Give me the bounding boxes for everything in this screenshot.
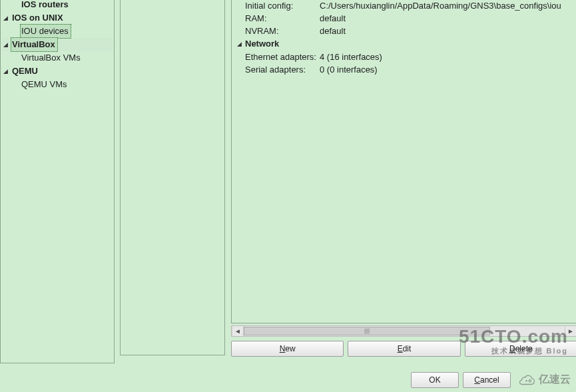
cancel-button-mnemonic: C bbox=[474, 375, 480, 385]
details-content: Initial config:C:/Users/huxianglin/AppDa… bbox=[232, 0, 576, 76]
device-list-panel[interactable] bbox=[120, 0, 225, 355]
details-row: NVRAM:default bbox=[236, 25, 575, 37]
cloud-icon bbox=[519, 374, 536, 386]
tree-expander-icon[interactable]: ◢ bbox=[2, 68, 9, 75]
edit-button-mnemonic: E bbox=[398, 344, 403, 353]
details-panel: Initial config:C:/Users/huxianglin/AppDa… bbox=[231, 0, 576, 323]
tree-item[interactable]: QEMU VMs bbox=[2, 78, 113, 91]
tree-item-label: IOU devices bbox=[20, 24, 71, 39]
details-key: Ethernet adapters: bbox=[236, 51, 320, 63]
tree-item-label: QEMU bbox=[11, 65, 39, 78]
tree-expander-icon[interactable]: ◢ bbox=[2, 41, 9, 49]
svg-point-1 bbox=[529, 379, 531, 381]
tree-item-label: VirtualBox bbox=[11, 37, 58, 52]
details-value: default bbox=[320, 25, 575, 37]
tree-expander-icon[interactable]: ◢ bbox=[2, 15, 9, 22]
details-value: 0 (0 interfaces) bbox=[320, 63, 575, 76]
dialog-button-row: OK Cancel bbox=[411, 372, 511, 388]
delete-button-mnemonic: D bbox=[509, 344, 515, 353]
section-header-label: Network bbox=[245, 37, 279, 51]
tree-item[interactable]: VirtualBox VMs bbox=[2, 51, 113, 65]
section-expander-icon[interactable]: ◢ bbox=[236, 41, 243, 48]
details-value: 4 (16 interfaces) bbox=[320, 51, 575, 63]
new-button[interactable]: New bbox=[231, 341, 344, 357]
scroll-left-arrow-icon[interactable]: ◄ bbox=[232, 326, 244, 336]
details-value: C:/Users/huxianglin/AppData/Roaming/GNS3… bbox=[320, 0, 575, 12]
tree-item[interactable]: IOS routers bbox=[2, 0, 113, 11]
watermark-yisuyun: 亿速云 bbox=[519, 373, 571, 387]
tree-item-label: IOS on UNIX bbox=[11, 11, 65, 25]
edit-button[interactable]: Edit bbox=[348, 341, 460, 357]
details-row: Ethernet adapters:4 (16 interfaces) bbox=[236, 51, 575, 63]
scroll-track[interactable] bbox=[244, 326, 565, 336]
template-button-row: New Edit Delete bbox=[231, 341, 576, 357]
tree-item[interactable]: ◢IOS on UNIX bbox=[2, 11, 113, 25]
details-key: Serial adapters: bbox=[236, 63, 320, 76]
details-key: Initial config: bbox=[236, 0, 320, 12]
tree-item-label: IOS routers bbox=[20, 0, 70, 11]
svg-point-0 bbox=[525, 380, 527, 382]
cancel-button[interactable]: Cancel bbox=[463, 372, 511, 388]
nav-tree[interactable]: IOS routers◢IOS on UNIXIOU devices◢Virtu… bbox=[1, 0, 114, 91]
details-horizontal-scrollbar[interactable]: ◄ ► bbox=[231, 325, 576, 337]
ok-button[interactable]: OK bbox=[411, 372, 459, 388]
details-section-network[interactable]: ◢Network bbox=[236, 37, 575, 51]
tree-item[interactable]: ◢QEMU bbox=[2, 65, 113, 78]
scroll-right-arrow-icon[interactable]: ► bbox=[565, 326, 576, 336]
app-root: IOS routers◢IOS on UNIXIOU devices◢Virtu… bbox=[0, 0, 576, 392]
tree-item-label: QEMU VMs bbox=[20, 78, 69, 91]
details-key: RAM: bbox=[236, 12, 320, 25]
details-key: NVRAM: bbox=[236, 25, 320, 37]
tree-item[interactable]: IOU devices bbox=[2, 25, 113, 38]
tree-item-label: VirtualBox VMs bbox=[20, 51, 82, 65]
details-row: Serial adapters:0 (0 interfaces) bbox=[236, 63, 575, 76]
details-value: default bbox=[320, 12, 575, 25]
details-row: Initial config:C:/Users/huxianglin/AppDa… bbox=[236, 0, 575, 12]
nav-tree-panel: IOS routers◢IOS on UNIXIOU devices◢Virtu… bbox=[0, 0, 115, 363]
tree-item[interactable]: ◢VirtualBox bbox=[2, 38, 113, 51]
delete-button[interactable]: Delete bbox=[465, 341, 576, 357]
details-row: RAM:default bbox=[236, 12, 575, 25]
scroll-thumb[interactable] bbox=[244, 327, 490, 335]
